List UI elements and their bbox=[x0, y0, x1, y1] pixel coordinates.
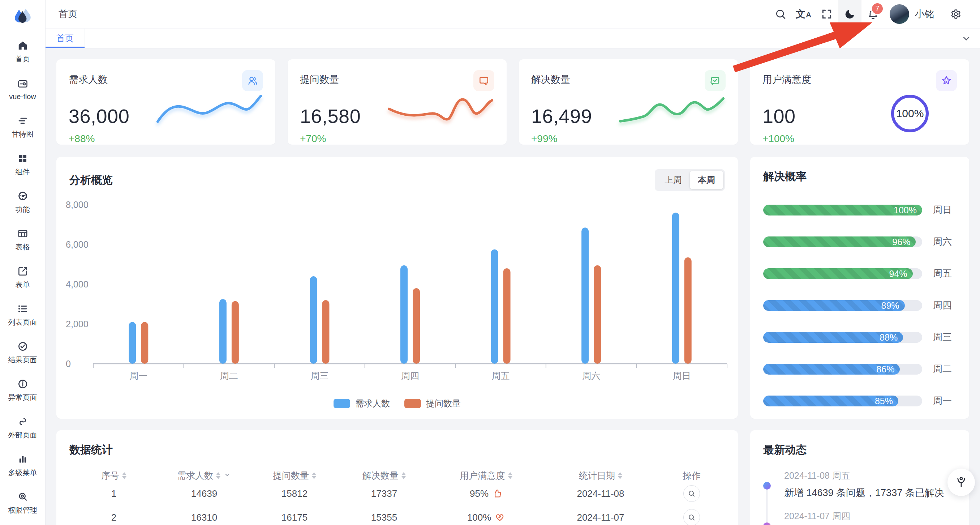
column-header-统计日期[interactable]: 统计日期 bbox=[543, 470, 659, 482]
sidebar-item-甘特图[interactable]: 甘特图 bbox=[0, 109, 45, 146]
app-logo[interactable] bbox=[12, 6, 33, 27]
sidebar-item-label: 功能 bbox=[16, 205, 30, 214]
progress-fill: 85% bbox=[763, 396, 898, 406]
sparkline-blue bbox=[155, 87, 263, 129]
sidebar-item-组件[interactable]: 组件 bbox=[0, 146, 45, 184]
stat-card-需求人数: 需求人数 36,000 +88% bbox=[56, 59, 275, 145]
toggle-上周[interactable]: 上周 bbox=[657, 171, 690, 189]
sidebar-item-结果页面[interactable]: 结果页面 bbox=[0, 334, 45, 372]
fullscreen-button[interactable] bbox=[815, 0, 838, 28]
theme-settings-fab[interactable] bbox=[948, 469, 975, 496]
notification-badge: 7 bbox=[871, 2, 884, 15]
sidebar-item-home[interactable]: 首页 bbox=[0, 33, 45, 71]
progress-value: 96% bbox=[892, 236, 910, 247]
sidebar-item-列表页面[interactable]: 列表页面 bbox=[0, 297, 45, 334]
sidebar-item-多级菜单[interactable]: 多级菜单 bbox=[0, 447, 45, 485]
magnifier-icon bbox=[688, 490, 695, 498]
tab-bar: 首页 bbox=[46, 29, 980, 48]
permission-icon bbox=[18, 491, 28, 502]
toggle-本周[interactable]: 本周 bbox=[690, 171, 723, 189]
notifications-button[interactable]: 7 bbox=[861, 0, 885, 28]
svg-text:周一: 周一 bbox=[129, 370, 148, 381]
sort-icon[interactable] bbox=[508, 472, 512, 479]
column-header-用户满意度[interactable]: 用户满意度 bbox=[429, 470, 543, 482]
svg-text:周二: 周二 bbox=[220, 370, 238, 381]
translate-button[interactable]: 文A bbox=[792, 0, 815, 28]
svg-text:6,000: 6,000 bbox=[66, 239, 89, 249]
legend-label: 提问数量 bbox=[426, 398, 461, 409]
sidebar-item-表单[interactable]: 表单 bbox=[0, 259, 45, 297]
sidebar-item-权限管理[interactable]: 权限管理 bbox=[0, 485, 45, 522]
sidebar-item-外部页面[interactable]: 外部页面 bbox=[0, 409, 45, 447]
sidebar-item-功能[interactable]: 功能 bbox=[0, 184, 45, 221]
satisfaction-ring: 100% bbox=[891, 95, 929, 132]
progress-fill: 86% bbox=[763, 364, 900, 375]
legend-item-需求人数[interactable]: 需求人数 bbox=[334, 398, 390, 409]
stat-card-delta: +88% bbox=[68, 133, 263, 145]
solve-rate-row-周五: 94% 周五 bbox=[763, 267, 956, 280]
cell-date: 2024-11-07 bbox=[543, 506, 659, 525]
sort-icon[interactable] bbox=[618, 472, 622, 479]
cell-index: 1 bbox=[69, 482, 158, 506]
filter-chevron-icon[interactable] bbox=[223, 471, 231, 481]
settings-button[interactable] bbox=[944, 0, 967, 28]
progress-day-label: 周一 bbox=[933, 394, 952, 407]
username[interactable]: 小铭 bbox=[915, 8, 934, 21]
column-header-解决数量[interactable]: 解决数量 bbox=[339, 470, 429, 482]
tab-home[interactable]: 首页 bbox=[46, 29, 85, 48]
stat-card-提问数量: 提问数量 16,580 +70% bbox=[288, 59, 507, 145]
column-header-提问数量[interactable]: 提问数量 bbox=[250, 470, 339, 482]
solve-rate-list: 100% 周日 96% 周六 94% 周五 89% 周四 88% 周三 bbox=[763, 204, 956, 407]
sidebar-item-label: 甘特图 bbox=[12, 129, 33, 139]
dark-mode-button[interactable] bbox=[838, 0, 861, 28]
row-view-button[interactable] bbox=[683, 509, 700, 525]
progress-fill: 94% bbox=[763, 268, 913, 279]
breadcrumb: 首页 bbox=[59, 8, 77, 20]
data-statistics-card: 数据统计 序号需求人数提问数量解决数量用户满意度统计日期操作 1 14639 1… bbox=[56, 430, 738, 525]
progress-value: 85% bbox=[875, 396, 893, 406]
cell-demand: 14639 bbox=[158, 482, 250, 506]
table-body: 1 14639 15812 17337 95% 2024-11-08 2 163… bbox=[69, 482, 725, 525]
sidebar-item-异常页面[interactable]: 异常页面 bbox=[0, 372, 45, 409]
progress-value: 88% bbox=[880, 332, 897, 342]
sparkline-orange bbox=[386, 87, 494, 129]
progress-value: 86% bbox=[876, 364, 894, 374]
svg-text:4,000: 4,000 bbox=[66, 279, 89, 289]
sidebar-item-label: 表单 bbox=[16, 280, 30, 290]
user-avatar[interactable] bbox=[890, 4, 909, 24]
sidebar-item-label: 结果页面 bbox=[8, 355, 37, 365]
translate-icon: 文A bbox=[796, 8, 811, 21]
sort-icon[interactable] bbox=[216, 472, 220, 479]
cell-questions: 16175 bbox=[250, 506, 339, 525]
sidebar-item-label: 异常页面 bbox=[8, 393, 37, 402]
moon-icon bbox=[844, 8, 856, 20]
sidebar: 首页 vue-flow 甘特图 组件 功能 表格 表单 列表页面 结果页面 异常… bbox=[0, 0, 46, 525]
row-view-button[interactable] bbox=[683, 485, 700, 502]
activity-title: 最新动态 bbox=[763, 442, 956, 457]
svg-text:2,000: 2,000 bbox=[66, 319, 89, 329]
legend-item-提问数量[interactable]: 提问数量 bbox=[404, 398, 461, 409]
column-header-序号[interactable]: 序号 bbox=[69, 470, 158, 482]
search-button[interactable] bbox=[769, 0, 792, 28]
cell-satisfaction: 100% bbox=[429, 506, 543, 525]
column-header-需求人数[interactable]: 需求人数 bbox=[158, 470, 250, 482]
tab-options-button[interactable] bbox=[961, 29, 971, 48]
activity-item: 2024-11-07 周四 新增 16310 条问题，15355 条已解决 bbox=[763, 510, 956, 525]
svg-text:周六: 周六 bbox=[582, 370, 600, 381]
sort-icon[interactable] bbox=[312, 472, 316, 479]
sort-icon[interactable] bbox=[122, 472, 126, 479]
stat-card-用户满意度: 用户满意度 100 +100% 100% bbox=[750, 59, 969, 145]
legend-swatch bbox=[404, 399, 421, 408]
solve-rate-row-周六: 96% 周六 bbox=[763, 235, 956, 248]
cell-index: 2 bbox=[69, 506, 158, 525]
sidebar-item-vue-flow[interactable]: vue-flow bbox=[0, 71, 45, 109]
svg-text:周四: 周四 bbox=[401, 370, 419, 381]
sidebar-item-表格[interactable]: 表格 bbox=[0, 221, 45, 259]
solve-rate-row-周三: 88% 周三 bbox=[763, 331, 956, 343]
svg-text:周五: 周五 bbox=[492, 370, 510, 381]
progress-day-label: 周日 bbox=[933, 204, 952, 216]
cell-date: 2024-11-08 bbox=[543, 482, 659, 506]
stat-card-title: 需求人数 bbox=[68, 70, 108, 86]
sort-icon[interactable] bbox=[401, 472, 406, 479]
progress-fill: 88% bbox=[763, 332, 903, 343]
